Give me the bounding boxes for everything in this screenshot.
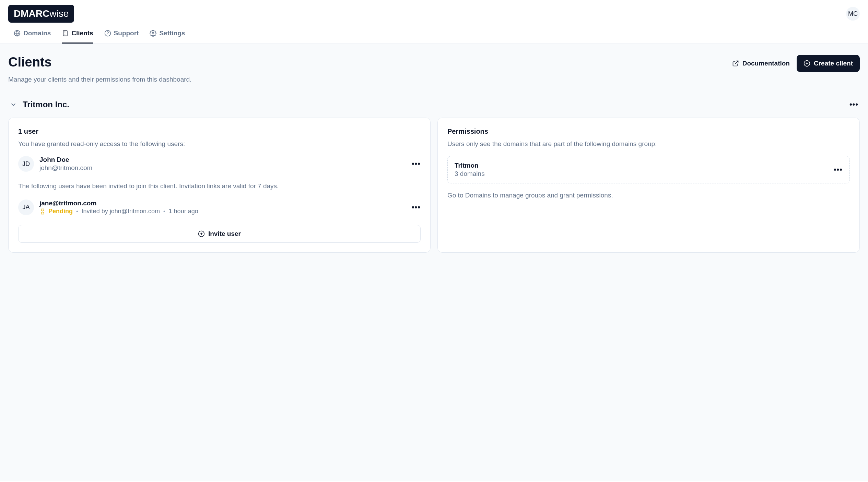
gear-icon: [150, 30, 156, 37]
tab-label: Clients: [71, 29, 93, 37]
tab-label: Support: [114, 29, 139, 37]
create-client-button[interactable]: Create client: [797, 55, 860, 72]
page-actions: Documentation Create client: [732, 55, 860, 72]
page-title: Clients: [8, 55, 191, 70]
documentation-link[interactable]: Documentation: [732, 60, 790, 67]
page-header: Clients Manage your clients and their pe…: [8, 55, 860, 83]
invite-info-text: The following users have been invited to…: [18, 181, 421, 191]
permissions-footer: Go to Domains to manage groups and grant…: [447, 192, 850, 199]
tab-clients[interactable]: Clients: [62, 29, 93, 44]
tab-label: Settings: [159, 29, 185, 37]
plus-circle-icon: [198, 230, 205, 237]
tab-support[interactable]: Support: [104, 29, 139, 44]
pending-user-info: JA jane@tritmon.com Pending • Invited by…: [18, 200, 198, 215]
help-icon: [104, 30, 111, 37]
hourglass-icon: [39, 208, 46, 215]
user-more-icon[interactable]: •••: [412, 159, 421, 168]
main-content: Clients Manage your clients and their pe…: [0, 44, 868, 481]
group-name: Tritmon: [455, 162, 485, 169]
footer-suffix: to manage groups and grant permissions.: [491, 192, 613, 199]
user-avatar[interactable]: MC: [846, 7, 860, 21]
domains-link[interactable]: Domains: [465, 192, 491, 199]
logo-bold: DMARC: [14, 8, 49, 19]
pending-avatar-initials: JA: [18, 200, 34, 215]
external-link-icon: [732, 60, 739, 67]
permissions-subtitle: Users only see the domains that are part…: [447, 140, 850, 148]
pending-badge: Pending: [39, 208, 73, 215]
globe-icon: [14, 30, 21, 37]
client-more-icon[interactable]: •••: [849, 100, 858, 109]
chevron-down-icon: [10, 101, 17, 108]
pending-label-text: Pending: [48, 208, 73, 215]
permission-group: Tritmon 3 domains •••: [447, 156, 850, 183]
user-name: John Doe: [39, 156, 92, 164]
client-header: Tritmon Inc. •••: [8, 100, 860, 109]
footer-prefix: Go to: [447, 192, 465, 199]
group-count: 3 domains: [455, 170, 485, 178]
create-client-label: Create client: [814, 60, 853, 67]
user-info: JD John Doe john@tritmon.com: [18, 156, 92, 172]
tab-label: Domains: [23, 29, 51, 37]
page-subtitle: Manage your clients and their permission…: [8, 76, 191, 83]
building-icon: [62, 30, 69, 37]
invite-user-label: Invite user: [208, 230, 241, 238]
plus-circle-icon: [804, 60, 810, 67]
users-subtitle: You have granted read-only access to the…: [18, 140, 421, 148]
svg-rect-1: [63, 31, 67, 36]
group-more-icon[interactable]: •••: [834, 165, 843, 174]
pending-user-row: JA jane@tritmon.com Pending • Invited by…: [18, 200, 421, 215]
tab-domains[interactable]: Domains: [14, 29, 51, 44]
users-title: 1 user: [18, 128, 421, 135]
invited-time: 1 hour ago: [169, 208, 198, 215]
invite-user-button[interactable]: Invite user: [18, 225, 421, 243]
logo[interactable]: DMARCwise: [8, 5, 74, 23]
app-header: DMARCwise MC: [0, 0, 868, 23]
tab-settings[interactable]: Settings: [150, 29, 185, 44]
users-card: 1 user You have granted read-only access…: [8, 118, 431, 253]
svg-point-3: [152, 33, 154, 34]
cards-grid: 1 user You have granted read-only access…: [8, 118, 860, 253]
user-row: JD John Doe john@tritmon.com •••: [18, 156, 421, 172]
permissions-title: Permissions: [447, 128, 850, 135]
documentation-label: Documentation: [742, 60, 790, 67]
user-avatar-initials: JD: [18, 156, 34, 172]
client-name: Tritmon Inc.: [23, 100, 69, 109]
dot-separator: •: [76, 208, 78, 215]
invited-by: Invited by john@tritmon.com: [82, 208, 160, 215]
user-email: john@tritmon.com: [39, 164, 92, 172]
pending-more-icon[interactable]: •••: [412, 203, 421, 212]
client-toggle[interactable]: Tritmon Inc.: [10, 100, 69, 109]
dot-separator: •: [163, 208, 165, 215]
pending-email: jane@tritmon.com: [39, 200, 198, 207]
nav-tabs: Domains Clients Support Settings: [0, 23, 868, 44]
pending-status: Pending • Invited by john@tritmon.com • …: [39, 208, 198, 215]
logo-light: wise: [49, 8, 69, 19]
client-section: Tritmon Inc. ••• 1 user You have granted…: [8, 100, 860, 253]
permissions-card: Permissions Users only see the domains t…: [437, 118, 860, 253]
